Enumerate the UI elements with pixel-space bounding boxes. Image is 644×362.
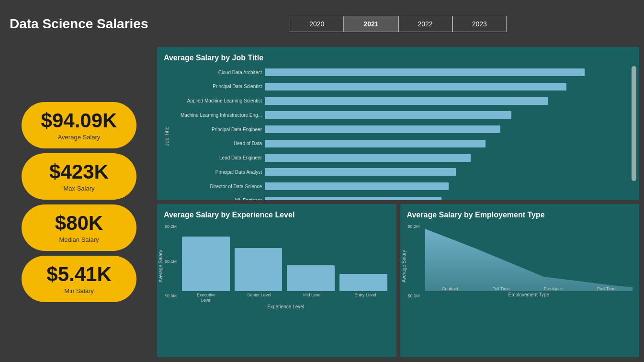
exp-y-tick-mid: $0.1M — [165, 259, 177, 264]
bar-label: Cloud Data Architect — [171, 70, 265, 75]
emp-y-ticks: $0.2M $0.0M — [407, 224, 420, 298]
bar-label: Head of Data — [171, 141, 265, 146]
median-salary-value: $80K — [31, 212, 127, 234]
emp-x-label: Full Time — [492, 286, 510, 291]
bar-row: Head of Data — [171, 138, 633, 149]
min-salary-value: $5.41K — [31, 263, 127, 285]
bar-row: Machine Learning Infrastructure Eng... — [171, 110, 633, 120]
bar-track — [265, 182, 633, 190]
bar-fill — [265, 125, 500, 133]
top-chart-title: Average Salary by Job Title — [164, 54, 633, 62]
bar-fill — [265, 97, 548, 105]
year-tab-2020[interactable]: 2020 — [290, 16, 344, 32]
bar-track — [265, 97, 633, 105]
bar-fill — [265, 197, 441, 200]
title-area: Data Science Salaries — [5, 5, 153, 43]
svg-marker-0 — [425, 229, 633, 291]
emp-x-labels: ContractFull TimeFreelancePart Time — [425, 286, 633, 291]
bar-fill — [265, 168, 456, 176]
max-salary-label: Max Salary — [31, 185, 127, 192]
max-salary-pill: $423K Max Salary — [22, 153, 136, 200]
exp-bar — [287, 265, 335, 291]
exp-bar-col — [287, 265, 335, 291]
min-salary-label: Min Salary — [31, 287, 127, 294]
emp-x-label: Freelance — [544, 286, 563, 291]
bar-fill — [265, 68, 585, 76]
avg-salary-label: Average Salary — [31, 134, 127, 141]
bar-label: Machine Learning Infrastructure Eng... — [171, 113, 265, 118]
bar-label: Principal Data Scientist — [171, 84, 265, 89]
exp-bar — [182, 237, 230, 291]
exp-bar — [235, 248, 282, 291]
median-salary-pill: $80K Median Salary — [22, 204, 136, 251]
exp-bar-col — [182, 237, 230, 291]
year-tab-2022[interactable]: 2022 — [398, 16, 452, 32]
bar-label: Applied Machine Learning Scientist — [171, 98, 265, 103]
bar-chart-container: Job Title Cloud Data Architect Principal… — [164, 67, 633, 200]
year-tab-2023[interactable]: 2023 — [452, 16, 507, 32]
bar-track — [265, 168, 633, 176]
bar-fill — [265, 154, 471, 162]
exp-chart-title: Average Salary by Experience Level — [164, 211, 390, 219]
bar-fill — [265, 182, 449, 190]
exp-chart: Average Salary by Experience Level $0.2M… — [157, 204, 396, 357]
emp-y-tick-bot: $0.0M — [408, 294, 420, 298]
bar-label: ML Engineer — [171, 198, 265, 200]
avg-salary-value: $94.09K — [31, 110, 127, 132]
bar-track — [265, 140, 633, 147]
exp-bar-label: Entry Level — [341, 293, 390, 303]
exp-y-tick-bot: $0.0M — [165, 294, 177, 298]
emp-y-label: Average Salary — [401, 249, 407, 282]
exp-y-tick-top: $0.2M — [165, 224, 177, 229]
emp-x-label: Contract — [442, 286, 458, 291]
exp-bar-label: Executive Level — [182, 293, 230, 303]
bar-track — [265, 83, 633, 90]
exp-y-ticks: $0.2M $0.1M $0.0M — [164, 224, 177, 298]
emp-chart-title: Average Salary by Employement Type — [407, 211, 633, 219]
emp-chart: Average Salary by Employement Type $0.2M… — [400, 204, 640, 357]
min-salary-pill: $5.41K Min Salary — [22, 256, 136, 302]
max-salary-value: $423K — [31, 161, 127, 183]
bar-row: Lead Data Engineer — [171, 153, 633, 163]
exp-bar — [339, 274, 387, 291]
bar-row: Principal Data Analyst — [171, 167, 633, 177]
bar-label: Director of Data Science — [171, 184, 265, 189]
exp-bars — [182, 224, 390, 291]
median-salary-label: Median Salary — [31, 236, 127, 243]
emp-area-chart: ContractFull TimeFreelancePart Time — [425, 224, 633, 291]
bar-row: Applied Machine Learning Scientist — [171, 96, 633, 106]
emp-y-tick-top: $0.2M — [408, 224, 420, 229]
bar-row: Cloud Data Architect — [171, 67, 633, 78]
year-tabs: 2020 2021 2022 2023 — [157, 5, 639, 43]
exp-bar-col — [339, 274, 387, 291]
exp-x-title: Experience Level — [182, 304, 390, 309]
bar-row: Principal Data Scientist — [171, 81, 633, 92]
bar-row: ML Engineer — [171, 195, 633, 200]
exp-bar-col — [235, 248, 282, 291]
bar-fill — [265, 83, 566, 90]
bar-row: Principal Data Engineer — [171, 124, 633, 135]
bar-track — [265, 111, 633, 119]
bar-row: Director of Data Science — [171, 181, 633, 192]
top-chart-area: Average Salary by Job Title Job Title Cl… — [157, 47, 639, 200]
bar-track — [265, 197, 633, 200]
year-tab-2021[interactable]: 2021 — [344, 16, 398, 32]
avg-salary-pill: $94.09K Average Salary — [22, 102, 136, 148]
bar-fill — [265, 140, 486, 147]
bar-track — [265, 125, 633, 133]
emp-x-title: Employement Type — [425, 292, 633, 297]
bar-label: Principal Data Analyst — [171, 170, 265, 175]
emp-x-label: Part Time — [597, 286, 616, 291]
exp-bar-label: Senior Level — [235, 293, 283, 303]
bar-label: Principal Data Engineer — [171, 127, 265, 132]
exp-y-label: Average Salary — [158, 249, 163, 282]
y-axis-label: Job Title — [164, 67, 169, 200]
exp-bar-label: Mid Level — [288, 293, 337, 303]
bar-fill — [265, 111, 511, 119]
area-chart-svg — [425, 224, 633, 291]
page-title: Data Science Salaries — [10, 16, 148, 32]
bar-track — [265, 154, 633, 162]
bar-track — [265, 68, 633, 76]
bar-label: Lead Data Engineer — [171, 155, 265, 160]
stats-column: $94.09K Average Salary $423K Max Salary … — [5, 47, 153, 357]
